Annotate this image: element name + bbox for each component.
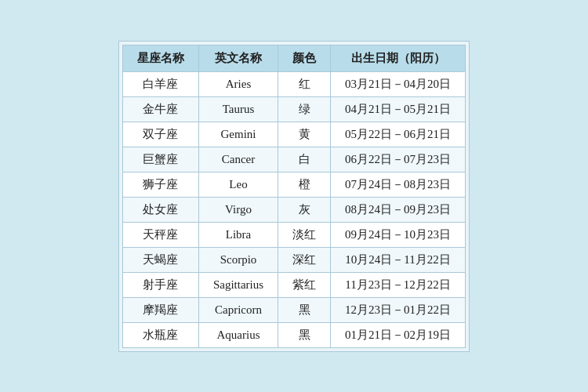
table-cell: 深红 — [278, 247, 331, 272]
table-cell: 灰 — [278, 197, 331, 222]
table-cell: 金牛座 — [122, 96, 198, 122]
table-cell: Libra — [198, 222, 278, 247]
table-cell: Cancer — [198, 147, 278, 172]
table-cell: 12月23日－01月22日 — [331, 297, 466, 322]
table-cell: 天秤座 — [122, 222, 198, 247]
table-cell: Aries — [198, 71, 278, 96]
table-cell: Sagittarius — [198, 272, 278, 297]
table-header-cell: 星座名称 — [122, 45, 198, 71]
table-cell: Taurus — [198, 96, 278, 122]
table-cell: Leo — [198, 172, 278, 197]
table-row: 天蝎座Scorpio深红10月24日－11月22日 — [122, 247, 465, 272]
table-cell: 05月22日－06月21日 — [331, 122, 466, 147]
table-cell: 射手座 — [122, 272, 198, 297]
table-header-cell: 颜色 — [278, 45, 331, 71]
table-cell: 摩羯座 — [122, 297, 198, 322]
table-row: 水瓶座Aquarius黑01月21日－02月19日 — [122, 322, 465, 347]
table-cell: 03月21日－04月20日 — [331, 71, 466, 96]
table-row: 处女座Virgo灰08月24日－09月23日 — [122, 197, 465, 222]
table-cell: 10月24日－11月22日 — [331, 247, 466, 272]
table-cell: 01月21日－02月19日 — [331, 322, 466, 347]
table-cell: 双子座 — [122, 122, 198, 147]
table-cell: 白羊座 — [122, 71, 198, 96]
table-row: 巨蟹座Cancer白06月22日－07月23日 — [122, 147, 465, 172]
table-header-cell: 英文名称 — [198, 45, 278, 71]
table-row: 天秤座Libra淡红09月24日－10月23日 — [122, 222, 465, 247]
table-row: 白羊座Aries红03月21日－04月20日 — [122, 71, 465, 96]
table-cell: Capricorn — [198, 297, 278, 322]
table-cell: 橙 — [278, 172, 331, 197]
table-row: 射手座Sagittarius紫红11月23日－12月22日 — [122, 272, 465, 297]
table-cell: 天蝎座 — [122, 247, 198, 272]
table-cell: 淡红 — [278, 222, 331, 247]
table-cell: Scorpio — [198, 247, 278, 272]
table-cell: 白 — [278, 147, 331, 172]
table-cell: 红 — [278, 71, 331, 96]
table-cell: 06月22日－07月23日 — [331, 147, 466, 172]
table-cell: 绿 — [278, 96, 331, 122]
table-cell: 07月24日－08月23日 — [331, 172, 466, 197]
table-cell: 黄 — [278, 122, 331, 147]
zodiac-table-container: 星座名称英文名称颜色出生日期（阳历） 白羊座Aries红03月21日－04月20… — [118, 41, 470, 352]
table-header-row: 星座名称英文名称颜色出生日期（阳历） — [122, 45, 465, 71]
table-cell: 09月24日－10月23日 — [331, 222, 466, 247]
table-cell: 狮子座 — [122, 172, 198, 197]
table-row: 摩羯座Capricorn黑12月23日－01月22日 — [122, 297, 465, 322]
table-cell: 水瓶座 — [122, 322, 198, 347]
table-cell: 巨蟹座 — [122, 147, 198, 172]
zodiac-table: 星座名称英文名称颜色出生日期（阳历） 白羊座Aries红03月21日－04月20… — [122, 45, 466, 348]
table-row: 狮子座Leo橙07月24日－08月23日 — [122, 172, 465, 197]
table-cell: 黑 — [278, 322, 331, 347]
table-cell: 08月24日－09月23日 — [331, 197, 466, 222]
table-header-cell: 出生日期（阳历） — [331, 45, 466, 71]
table-row: 双子座Gemini黄05月22日－06月21日 — [122, 122, 465, 147]
table-cell: 11月23日－12月22日 — [331, 272, 466, 297]
table-cell: 黑 — [278, 297, 331, 322]
table-cell: 处女座 — [122, 197, 198, 222]
table-cell: 04月21日－05月21日 — [331, 96, 466, 122]
table-cell: Aquarius — [198, 322, 278, 347]
table-row: 金牛座Taurus绿04月21日－05月21日 — [122, 96, 465, 122]
table-cell: Gemini — [198, 122, 278, 147]
table-cell: 紫红 — [278, 272, 331, 297]
table-cell: Virgo — [198, 197, 278, 222]
